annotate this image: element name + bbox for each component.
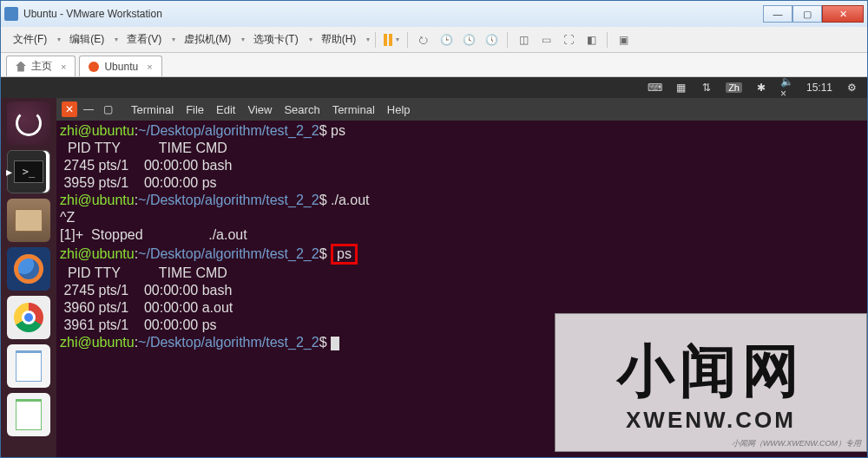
snapshot-icon[interactable]: 🕒 xyxy=(436,30,457,49)
vmware-window: Ubuntu - VMware Workstation — ▢ ✕ 文件(F)▾… xyxy=(0,0,868,458)
terminal-titlebar[interactable]: ✕ — ▢ Terminal File Edit View Search Ter… xyxy=(56,98,867,121)
close-button[interactable]: ✕ xyxy=(822,5,864,23)
calc-icon xyxy=(16,399,42,430)
launcher-files[interactable] xyxy=(7,199,50,242)
send-ctrl-alt-del-icon[interactable]: ⭮ xyxy=(413,30,434,49)
menu-edit[interactable]: 编辑(E) xyxy=(62,29,111,50)
tmenu-terminal[interactable]: Terminal xyxy=(131,103,174,116)
system-gear-icon[interactable]: ⚙ xyxy=(845,81,858,95)
terminal-cursor xyxy=(331,337,339,350)
keyboard-icon[interactable]: ⌨ xyxy=(648,81,661,95)
tmenu-search[interactable]: Search xyxy=(284,103,319,116)
snapshot-manager-icon[interactable]: 🕓 xyxy=(458,30,479,49)
vmware-menubar: 文件(F)▾ 编辑(E)▾ 查看(V)▾ 虚拟机(M)▾ 选项卡(T)▾ 帮助(… xyxy=(1,27,867,53)
console-view-icon[interactable]: ▣ xyxy=(613,30,634,49)
layout-icon-1[interactable]: ◫ xyxy=(513,30,534,49)
writer-icon xyxy=(16,350,42,382)
tab-home[interactable]: 主页 × xyxy=(6,56,76,76)
tmenu-help[interactable]: Help xyxy=(387,103,411,116)
vmware-tabs: 主页 × Ubuntu × xyxy=(1,53,867,77)
window-titlebar[interactable]: Ubuntu - VMware Workstation — ▢ ✕ xyxy=(1,1,867,27)
bluetooth-icon[interactable]: ✱ xyxy=(754,81,768,95)
launcher-calc[interactable] xyxy=(7,393,50,436)
ubuntu-top-panel[interactable]: ⌨ ▦ ⇅ Zh ✱ 🔈× 15:11 ⚙ xyxy=(1,77,867,98)
dash-button[interactable] xyxy=(7,101,50,145)
watermark-title: 小闻网 xyxy=(617,332,805,410)
tab-home-label: 主页 xyxy=(31,59,52,74)
maximize-button[interactable]: ▢ xyxy=(792,5,822,23)
tab-close-icon[interactable]: × xyxy=(147,62,152,72)
tab-ubuntu[interactable]: Ubuntu × xyxy=(79,56,161,76)
menu-tabs[interactable]: 选项卡(T) xyxy=(247,29,305,50)
watermark-credit: 小闻网（WWW.XWENW.COM）专用 xyxy=(732,438,861,449)
fullscreen-icon[interactable]: ⛶ xyxy=(558,30,579,49)
window-title: Ubuntu - VMware Workstation xyxy=(23,8,763,20)
watermark-overlay: 小闻网 XWENW.COM 小闻网（WWW.XWENW.COM）专用 xyxy=(555,313,867,452)
vm-guest-display[interactable]: ⌨ ▦ ⇅ Zh ✱ 🔈× 15:11 ⚙ ▸ >_ ✕ — xyxy=(1,77,867,457)
ime-indicator[interactable]: Zh xyxy=(726,82,742,93)
files-icon xyxy=(15,209,43,232)
highlight-box: ps xyxy=(331,244,358,265)
tab-ubuntu-label: Ubuntu xyxy=(104,61,138,73)
tmenu-terminal2[interactable]: Terminal xyxy=(332,103,375,116)
unity-launcher: ▸ >_ xyxy=(1,98,56,457)
launcher-firefox[interactable] xyxy=(7,247,50,291)
volume-muted-icon[interactable]: 🔈× xyxy=(780,81,794,95)
terminal-minimize-button[interactable]: — xyxy=(81,101,96,117)
watermark-url: XWENW.COM xyxy=(626,407,796,434)
revert-icon[interactable]: 🕔 xyxy=(481,30,502,49)
layout-icon-2[interactable]: ▭ xyxy=(536,30,556,49)
terminal-close-button[interactable]: ✕ xyxy=(62,101,77,117)
calendar-icon[interactable]: ▦ xyxy=(674,81,687,95)
tmenu-edit[interactable]: Edit xyxy=(216,103,235,116)
running-indicator-icon: ▸ xyxy=(6,165,12,179)
launcher-terminal[interactable]: ▸ >_ xyxy=(7,150,50,193)
firefox-icon xyxy=(14,254,43,284)
tmenu-file[interactable]: File xyxy=(186,103,204,116)
launcher-writer[interactable] xyxy=(7,344,50,388)
terminal-icon: >_ xyxy=(14,160,43,183)
tmenu-view[interactable]: View xyxy=(247,103,272,116)
launcher-chrome[interactable] xyxy=(7,296,50,339)
tab-close-icon[interactable]: × xyxy=(61,62,66,72)
unity-mode-icon[interactable]: ◧ xyxy=(581,30,602,49)
menu-view[interactable]: 查看(V) xyxy=(120,29,168,50)
clock[interactable]: 15:11 xyxy=(806,82,832,94)
menu-file[interactable]: 文件(F) xyxy=(6,29,54,50)
app-icon xyxy=(4,7,18,21)
menu-vm[interactable]: 虚拟机(M) xyxy=(177,29,238,50)
terminal-maximize-button[interactable]: ▢ xyxy=(100,101,115,117)
menu-help[interactable]: 帮助(H) xyxy=(314,29,364,50)
ubuntu-icon xyxy=(89,62,99,72)
minimize-button[interactable]: — xyxy=(763,5,792,23)
chrome-icon xyxy=(14,303,43,332)
home-icon xyxy=(16,62,26,72)
pause-vm-button[interactable]: ▾ xyxy=(381,30,402,49)
ubuntu-swirl-icon xyxy=(16,110,42,136)
network-icon[interactable]: ⇅ xyxy=(700,81,713,95)
